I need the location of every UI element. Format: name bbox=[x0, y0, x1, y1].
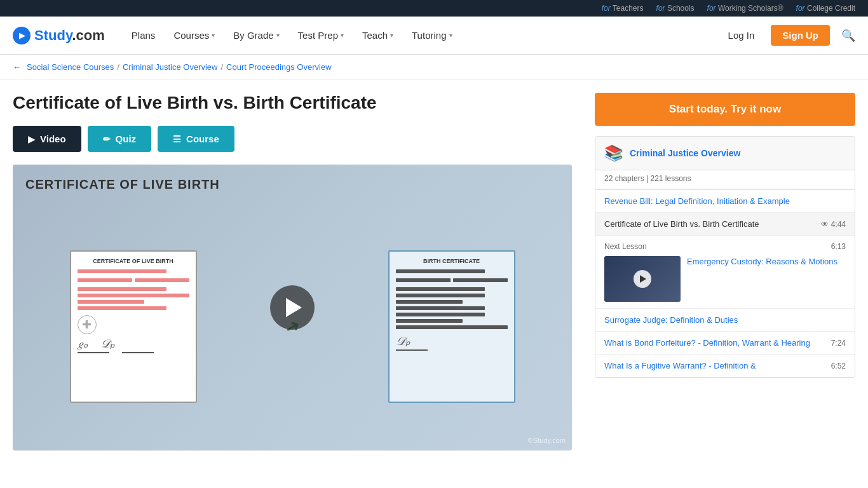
breadcrumb-court-proceedings[interactable]: Court Proceedings Overview bbox=[226, 62, 331, 72]
eye-icon: 👁 bbox=[821, 220, 829, 229]
breadcrumb: ← Social Science Courses / Criminal Just… bbox=[0, 55, 868, 80]
tab-quiz-label: Quiz bbox=[116, 133, 137, 144]
tab-video-label: Video bbox=[40, 133, 66, 144]
active-lesson-name: Certificate of Live Birth vs. Birth Cert… bbox=[604, 219, 759, 229]
thumb-play-button[interactable] bbox=[634, 270, 651, 288]
signup-button[interactable]: Sign Up bbox=[771, 25, 830, 46]
course-book-icon: 📚 bbox=[604, 144, 623, 162]
tab-video[interactable]: ▶ Video bbox=[13, 126, 81, 152]
cert-doc2-title: BIRTH CERTIFICATE bbox=[396, 258, 508, 264]
watermark: ©Study.com bbox=[528, 437, 566, 444]
tab-quiz[interactable]: ✏ Quiz bbox=[88, 126, 152, 152]
cert-doc1-title: CERTIFICATE OF LIVE BIRTH bbox=[78, 258, 189, 264]
next-lesson-label: Next Lesson 6:13 bbox=[604, 242, 846, 251]
top-bar-working-scholars[interactable]: for Working Scholars® bbox=[707, 4, 783, 13]
login-button[interactable]: Log In bbox=[718, 25, 765, 46]
breadcrumb-criminal-justice[interactable]: Criminal Justice Overview bbox=[123, 62, 218, 72]
main-nav: ▶ Study.com Plans Courses ▾ By Grade ▾ T… bbox=[0, 17, 868, 55]
play-button[interactable] bbox=[270, 285, 315, 330]
course-card: 📚 Criminal Justice Overview 22 chapters … bbox=[595, 136, 855, 378]
other-lesson-surrogate: Surrogate Judge: Definition & Duties bbox=[595, 309, 855, 332]
nav-courses[interactable]: Courses ▾ bbox=[166, 25, 222, 46]
quiz-icon: ✏ bbox=[103, 134, 111, 144]
tab-buttons: ▶ Video ✏ Quiz ☰ Course bbox=[13, 126, 582, 152]
course-title-link[interactable]: Criminal Justice Overview bbox=[630, 148, 740, 158]
next-lesson-thumb: Emergency Custody: Reasons & Motions bbox=[604, 256, 846, 302]
other-lesson-link-bond[interactable]: What is Bond Forfeiture? - Definition, W… bbox=[604, 338, 810, 348]
cta-button[interactable]: Start today. Try it now bbox=[595, 93, 855, 126]
top-bar-teachers[interactable]: for Teachers bbox=[602, 4, 644, 13]
top-bar: for Teachers for Schools for Working Sch… bbox=[0, 0, 868, 17]
other-lesson-bond: What is Bond Forfeiture? - Definition, W… bbox=[595, 332, 855, 355]
main-area: Certificate of Live Birth vs. Birth Cert… bbox=[13, 93, 582, 451]
fugitive-duration: 6:52 bbox=[831, 362, 846, 370]
logo-icon: ▶ bbox=[13, 27, 31, 44]
nav-links: Plans Courses ▾ By Grade ▾ Test Prep ▾ T… bbox=[124, 25, 718, 46]
next-lesson-title[interactable]: Emergency Custody: Reasons & Motions bbox=[687, 256, 837, 268]
page-content: Certificate of Live Birth vs. Birth Cert… bbox=[0, 80, 868, 463]
tab-course[interactable]: ☰ Course bbox=[158, 126, 234, 152]
video-icon: ▶ bbox=[28, 134, 35, 144]
bond-duration: 7:24 bbox=[831, 339, 846, 348]
nav-teach[interactable]: Teach ▾ bbox=[355, 25, 401, 46]
next-lesson-thumbnail[interactable] bbox=[604, 256, 681, 302]
course-header: 📚 Criminal Justice Overview bbox=[595, 137, 855, 170]
sidebar: Start today. Try it now 📚 Criminal Justi… bbox=[595, 93, 855, 451]
page-title: Certificate of Live Birth vs. Birth Cert… bbox=[13, 93, 582, 113]
top-bar-college-credit[interactable]: for College Credit bbox=[796, 4, 855, 13]
back-arrow: ← bbox=[13, 62, 21, 72]
tab-course-label: Course bbox=[186, 133, 219, 144]
search-icon[interactable]: 🔍 bbox=[841, 29, 855, 43]
video-player[interactable]: CERTIFICATE OF LIVE BIRTH CERTIFICATE OF… bbox=[13, 165, 572, 451]
course-meta: 22 chapters | 221 lessons bbox=[595, 170, 855, 190]
nav-plans[interactable]: Plans bbox=[124, 25, 163, 46]
lesson-item-revenue: Revenue Bill: Legal Definition, Initiati… bbox=[595, 190, 855, 213]
nav-tutoring[interactable]: Tutoring ▾ bbox=[404, 25, 459, 46]
nav-by-grade[interactable]: By Grade ▾ bbox=[226, 25, 287, 46]
nav-test-prep[interactable]: Test Prep ▾ bbox=[290, 25, 351, 46]
video-title-overlay: CERTIFICATE OF LIVE BIRTH bbox=[25, 177, 220, 192]
breadcrumb-social-science[interactable]: Social Science Courses bbox=[27, 62, 114, 72]
other-lesson-link-surrogate[interactable]: Surrogate Judge: Definition & Duties bbox=[604, 315, 738, 325]
lesson-duration: 👁 4:44 bbox=[821, 220, 846, 229]
lesson-link-revenue[interactable]: Revenue Bill: Legal Definition, Initiati… bbox=[604, 196, 790, 206]
course-icon-tab: ☰ bbox=[173, 134, 181, 144]
next-lesson-section: Next Lesson 6:13 Emergency Custody: Reas… bbox=[595, 236, 855, 309]
cert-doc-1: CERTIFICATE OF LIVE BIRTH ✚ 𝑔ₒ bbox=[70, 250, 197, 403]
logo-text: Study.com bbox=[34, 27, 105, 44]
logo[interactable]: ▶ Study.com bbox=[13, 27, 105, 44]
duration-value: 4:44 bbox=[831, 220, 846, 229]
nav-actions: Log In Sign Up 🔍 bbox=[718, 25, 855, 46]
top-bar-schools[interactable]: for Schools bbox=[656, 4, 695, 13]
other-lesson-link-fugitive[interactable]: What Is a Fugitive Warrant? - Definition… bbox=[604, 361, 756, 370]
lesson-item-active: Certificate of Live Birth vs. Birth Cert… bbox=[595, 213, 855, 236]
cert-doc-2: BIRTH CERTIFICATE 𝒟ₚ bbox=[388, 250, 515, 403]
other-lesson-fugitive: What Is a Fugitive Warrant? - Definition… bbox=[595, 355, 855, 377]
